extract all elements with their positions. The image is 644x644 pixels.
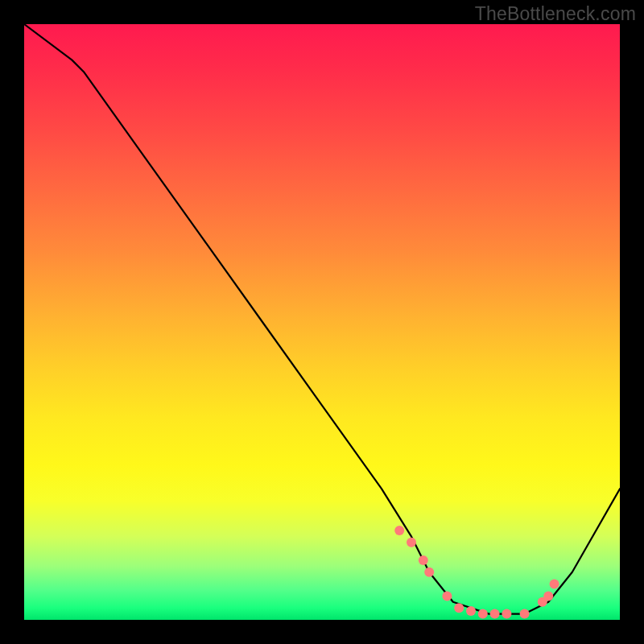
chart-marker xyxy=(407,538,416,547)
chart-marker xyxy=(502,609,511,619)
chart-svg-overlay xyxy=(24,24,620,620)
chart-marker xyxy=(478,609,488,619)
chart-marker xyxy=(543,591,553,601)
chart-curve xyxy=(24,24,620,614)
chart-marker xyxy=(466,606,476,616)
chart-plot-area xyxy=(24,24,620,620)
chart-marker xyxy=(424,568,434,577)
chart-marker xyxy=(490,609,500,619)
chart-marker xyxy=(550,580,559,589)
chart-marker xyxy=(454,603,464,613)
chart-marker xyxy=(442,591,452,601)
watermark-text: TheBottleneck.com xyxy=(475,3,636,25)
chart-marker xyxy=(419,555,428,565)
chart-marker xyxy=(394,526,404,535)
chart-markers xyxy=(394,526,559,619)
chart-marker xyxy=(520,609,530,619)
